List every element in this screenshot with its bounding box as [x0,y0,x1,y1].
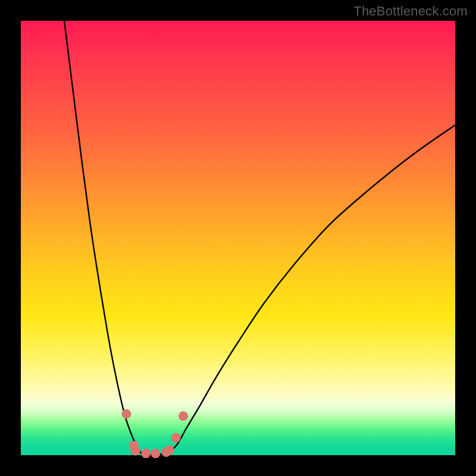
data-marker [121,409,131,419]
plot-area [21,21,455,455]
data-marker [141,449,151,458]
chart-frame: TheBottleneck.com [0,0,476,476]
data-marker [151,449,160,458]
data-marker [131,446,140,456]
data-marker [171,433,181,443]
data-marker [165,445,174,455]
bottleneck-curve [64,21,455,455]
watermark-text: TheBottleneck.com [353,4,468,19]
data-marker [178,411,188,421]
curve-layer [21,21,455,455]
